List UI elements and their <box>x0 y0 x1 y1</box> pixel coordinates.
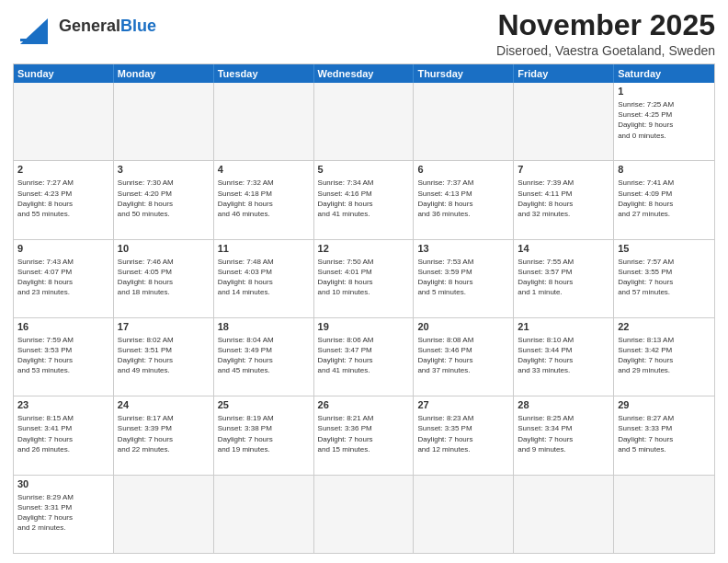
day-number: 10 <box>118 242 210 256</box>
week-row-1: 1Sunrise: 7:25 AM Sunset: 4:25 PM Daylig… <box>14 83 714 160</box>
day-info: Sunrise: 8:13 AM Sunset: 3:42 PM Dayligh… <box>618 335 711 376</box>
day-info: Sunrise: 7:32 AM Sunset: 4:18 PM Dayligh… <box>218 178 310 219</box>
week-row-6: 30Sunrise: 8:29 AM Sunset: 3:31 PM Dayli… <box>14 475 714 553</box>
day-cell <box>214 476 314 553</box>
day-cell: 21Sunrise: 8:10 AM Sunset: 3:44 PM Dayli… <box>514 318 614 396</box>
day-cell: 2Sunrise: 7:27 AM Sunset: 4:23 PM Daylig… <box>14 161 114 238</box>
day-number: 6 <box>417 163 509 177</box>
day-cell: 6Sunrise: 7:37 AM Sunset: 4:13 PM Daylig… <box>414 161 514 238</box>
day-info: Sunrise: 7:50 AM Sunset: 4:01 PM Dayligh… <box>318 257 410 298</box>
day-cell: 14Sunrise: 7:55 AM Sunset: 3:57 PM Dayli… <box>514 240 614 317</box>
day-cell: 24Sunrise: 8:17 AM Sunset: 3:39 PM Dayli… <box>114 396 214 474</box>
day-cell: 20Sunrise: 8:08 AM Sunset: 3:46 PM Dayli… <box>414 318 514 396</box>
day-number: 19 <box>318 320 410 334</box>
day-number: 25 <box>218 398 310 412</box>
day-number: 8 <box>618 163 711 177</box>
header-friday: Friday <box>514 64 614 83</box>
day-info: Sunrise: 7:43 AM Sunset: 4:07 PM Dayligh… <box>17 257 109 298</box>
header: GeneralBlue November 2025 Diseroed, Vaes… <box>13 9 715 58</box>
day-number: 14 <box>518 242 609 256</box>
month-title: November 2025 <box>496 9 715 41</box>
day-cell: 17Sunrise: 8:02 AM Sunset: 3:51 PM Dayli… <box>114 318 214 396</box>
day-number: 4 <box>218 163 310 177</box>
svg-rect-1 <box>20 39 48 41</box>
day-cell: 3Sunrise: 7:30 AM Sunset: 4:20 PM Daylig… <box>114 161 214 238</box>
day-number: 12 <box>318 242 410 256</box>
day-cell <box>114 83 214 160</box>
day-info: Sunrise: 7:39 AM Sunset: 4:11 PM Dayligh… <box>518 178 609 219</box>
day-info: Sunrise: 8:02 AM Sunset: 3:51 PM Dayligh… <box>118 335 210 376</box>
day-cell: 22Sunrise: 8:13 AM Sunset: 3:42 PM Dayli… <box>614 318 714 396</box>
week-row-4: 16Sunrise: 7:59 AM Sunset: 3:53 PM Dayli… <box>14 317 714 396</box>
day-number: 27 <box>417 398 509 412</box>
header-thursday: Thursday <box>414 64 514 83</box>
day-info: Sunrise: 7:59 AM Sunset: 3:53 PM Dayligh… <box>17 335 109 376</box>
day-number: 24 <box>118 398 210 412</box>
day-cell <box>514 476 614 553</box>
day-number: 16 <box>17 320 109 334</box>
day-number: 20 <box>417 320 509 334</box>
day-cell: 4Sunrise: 7:32 AM Sunset: 4:18 PM Daylig… <box>214 161 314 238</box>
day-cell: 12Sunrise: 7:50 AM Sunset: 4:01 PM Dayli… <box>314 240 415 317</box>
day-info: Sunrise: 8:21 AM Sunset: 3:36 PM Dayligh… <box>318 413 410 454</box>
day-number: 7 <box>518 163 609 177</box>
day-info: Sunrise: 7:30 AM Sunset: 4:20 PM Dayligh… <box>118 178 210 219</box>
day-info: Sunrise: 7:57 AM Sunset: 3:55 PM Dayligh… <box>618 257 711 298</box>
day-cell: 9Sunrise: 7:43 AM Sunset: 4:07 PM Daylig… <box>14 240 114 317</box>
day-info: Sunrise: 8:23 AM Sunset: 3:35 PM Dayligh… <box>417 413 509 454</box>
day-cell: 11Sunrise: 7:48 AM Sunset: 4:03 PM Dayli… <box>214 240 314 317</box>
day-cell <box>414 83 514 160</box>
day-number: 5 <box>318 163 410 177</box>
day-cell: 26Sunrise: 8:21 AM Sunset: 3:36 PM Dayli… <box>314 396 415 474</box>
day-number: 3 <box>118 163 210 177</box>
generalblue-logo-icon <box>13 9 55 44</box>
day-number: 13 <box>417 242 509 256</box>
day-cell: 30Sunrise: 8:29 AM Sunset: 3:31 PM Dayli… <box>14 476 114 553</box>
day-cell: 1Sunrise: 7:25 AM Sunset: 4:25 PM Daylig… <box>614 83 714 160</box>
day-cell: 5Sunrise: 7:34 AM Sunset: 4:16 PM Daylig… <box>314 161 415 238</box>
day-info: Sunrise: 8:08 AM Sunset: 3:46 PM Dayligh… <box>417 335 509 376</box>
day-number: 26 <box>318 398 410 412</box>
week-row-3: 9Sunrise: 7:43 AM Sunset: 4:07 PM Daylig… <box>14 239 714 317</box>
day-cell: 10Sunrise: 7:46 AM Sunset: 4:05 PM Dayli… <box>114 240 214 317</box>
day-number: 11 <box>218 242 310 256</box>
day-info: Sunrise: 8:25 AM Sunset: 3:34 PM Dayligh… <box>518 413 609 454</box>
day-cell <box>14 83 114 160</box>
day-info: Sunrise: 7:27 AM Sunset: 4:23 PM Dayligh… <box>17 178 109 219</box>
header-wednesday: Wednesday <box>314 64 415 83</box>
day-info: Sunrise: 8:04 AM Sunset: 3:49 PM Dayligh… <box>218 335 310 376</box>
day-cell: 25Sunrise: 8:19 AM Sunset: 3:38 PM Dayli… <box>214 396 314 474</box>
day-info: Sunrise: 8:15 AM Sunset: 3:41 PM Dayligh… <box>17 413 109 454</box>
day-cell: 18Sunrise: 8:04 AM Sunset: 3:49 PM Dayli… <box>214 318 314 396</box>
day-cell <box>414 476 514 553</box>
day-number: 17 <box>118 320 210 334</box>
day-cell: 7Sunrise: 7:39 AM Sunset: 4:11 PM Daylig… <box>514 161 614 238</box>
day-number: 15 <box>618 242 711 256</box>
day-number: 28 <box>518 398 609 412</box>
day-number: 21 <box>518 320 609 334</box>
day-cell: 29Sunrise: 8:27 AM Sunset: 3:33 PM Dayli… <box>614 396 714 474</box>
day-cell: 19Sunrise: 8:06 AM Sunset: 3:47 PM Dayli… <box>314 318 415 396</box>
day-number: 22 <box>618 320 711 334</box>
day-info: Sunrise: 8:10 AM Sunset: 3:44 PM Dayligh… <box>518 335 609 376</box>
day-info: Sunrise: 7:37 AM Sunset: 4:13 PM Dayligh… <box>417 178 509 219</box>
day-number: 18 <box>218 320 310 334</box>
day-info: Sunrise: 8:19 AM Sunset: 3:38 PM Dayligh… <box>218 413 310 454</box>
day-number: 1 <box>618 85 711 98</box>
title-block: November 2025 Diseroed, Vaestra Goetalan… <box>496 9 715 58</box>
day-info: Sunrise: 7:34 AM Sunset: 4:16 PM Dayligh… <box>318 178 410 219</box>
week-row-5: 23Sunrise: 8:15 AM Sunset: 3:41 PM Dayli… <box>14 396 714 474</box>
header-saturday: Saturday <box>614 64 714 83</box>
day-info: Sunrise: 7:48 AM Sunset: 4:03 PM Dayligh… <box>218 257 310 298</box>
day-info: Sunrise: 8:27 AM Sunset: 3:33 PM Dayligh… <box>618 413 711 454</box>
day-number: 9 <box>17 242 109 256</box>
day-cell <box>314 83 415 160</box>
logo-blue-text: Blue <box>120 17 156 35</box>
day-info: Sunrise: 7:41 AM Sunset: 4:09 PM Dayligh… <box>618 178 711 219</box>
day-cell <box>614 476 714 553</box>
day-number: 29 <box>618 398 711 412</box>
day-cell <box>214 83 314 160</box>
day-info: Sunrise: 8:06 AM Sunset: 3:47 PM Dayligh… <box>318 335 410 376</box>
day-info: Sunrise: 7:55 AM Sunset: 3:57 PM Dayligh… <box>518 257 609 298</box>
day-number: 23 <box>17 398 109 412</box>
